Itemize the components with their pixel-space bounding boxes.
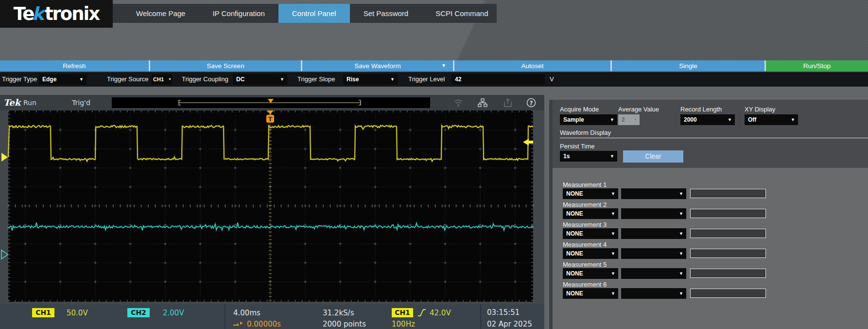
tektronix-logo: Tektronix	[0, 0, 113, 28]
measurement-label: Measurement 5	[563, 261, 607, 268]
chevron-down-icon: ▼	[611, 248, 615, 259]
network-icon[interactable]	[477, 97, 488, 108]
panel-left-edge	[549, 100, 553, 329]
acquisition-section: Acquire Mode Sample▼ Average Value ▾ Rec…	[549, 100, 868, 168]
tektronix-web-control: Tektronix Welcome Page IP Configuration …	[0, 0, 868, 329]
trigger-coupling-select[interactable]: DC▼	[233, 74, 287, 85]
measurement-source-select[interactable]: NONE▼	[563, 208, 618, 219]
trigger-level-readout: 42.0V	[430, 309, 451, 317]
chevron-down-icon: ▼	[679, 228, 683, 239]
measurement-source-select[interactable]: NONE▼	[563, 228, 618, 239]
tab-control-panel[interactable]: Control Panel	[278, 4, 350, 23]
horizontal-position-bar[interactable]	[112, 97, 430, 108]
run-stop-button[interactable]: Run/Stop	[766, 60, 868, 71]
rising-slope-icon	[417, 308, 427, 319]
measurement-type-select[interactable]: ▼	[621, 228, 686, 239]
trigger-source-label: Trigger Source	[107, 75, 149, 83]
measurement-readout	[690, 249, 766, 258]
chevron-down-icon: ▼	[611, 288, 615, 299]
tab-ip-configuration[interactable]: IP Configuration	[199, 4, 278, 23]
tab-scpi-command[interactable]: SCPI Command	[422, 4, 502, 23]
measurement-type-select[interactable]: ▼	[621, 288, 686, 299]
logo-text: Tektronix	[14, 3, 99, 24]
clock-date: 02 Apr 2025	[487, 320, 532, 329]
wifi-icon[interactable]	[453, 97, 464, 108]
help-icon[interactable]: ?	[526, 97, 537, 108]
file-upload-icon[interactable]	[503, 97, 513, 108]
measurement-label: Measurement 6	[563, 281, 607, 288]
scope-status-bar: CH1 50.0V CH2 2.00V 4.00ms 0.00000s 31.2…	[0, 304, 544, 329]
toolbar: Refresh Save Screen Save Waveform ▼ Auto…	[0, 60, 868, 71]
measurement-source-select[interactable]: NONE▼	[563, 288, 618, 299]
chevron-down-icon: ▼	[611, 268, 615, 279]
chevron-down-icon: ▼	[679, 208, 683, 219]
ch2-badge: CH2	[127, 308, 150, 317]
trigger-level-input[interactable]	[451, 74, 545, 85]
clock-time: 03:15:51	[487, 308, 520, 317]
delay-readout: 0.00000s	[247, 320, 281, 329]
record-length-label: Record Length	[680, 106, 722, 113]
measurement-source-select[interactable]: NONE▼	[563, 248, 618, 259]
autoset-button[interactable]: Autoset	[454, 60, 610, 71]
section-divider	[560, 138, 868, 138]
chevron-down-icon: ▼	[390, 74, 395, 85]
xy-display-label: XY Display	[745, 106, 775, 113]
trigger-slope-label: Trigger Slope	[297, 75, 335, 83]
trigger-source-select[interactable]: CH1▼	[152, 74, 172, 85]
trigger-coupling-label: Trigger Coupling	[182, 75, 228, 83]
persist-time-select[interactable]: 1s▼	[560, 151, 617, 162]
measurement-type-select[interactable]: ▼	[621, 208, 686, 219]
trigger-slope-select[interactable]: Rise▼	[343, 74, 398, 85]
single-button[interactable]: Single	[612, 60, 764, 71]
trigger-level-label: Trigger Level	[408, 75, 445, 83]
average-value-label: Average Value	[618, 106, 659, 113]
sample-rate-readout: 31.2kS/s	[323, 309, 354, 317]
trigger-type-select[interactable]: Edge▼	[39, 74, 87, 85]
trigger-type-label: Trigger Type	[2, 75, 37, 83]
chevron-down-icon: ▼	[610, 114, 614, 125]
svg-text:?: ?	[530, 100, 533, 107]
measurement-type-select[interactable]: ▼	[621, 268, 686, 279]
waveform-display-heading: Waveform Display	[560, 129, 611, 136]
trigger-source-badge: CH1	[392, 308, 413, 317]
oscilloscope-display: Tek Run Trig'd ? T CH1 50.0V	[0, 95, 544, 329]
timebase-readout: 4.00ms	[233, 309, 260, 317]
status-divider	[480, 304, 481, 329]
measurement-type-select[interactable]: ▼	[621, 188, 686, 199]
chevron-down-icon: ▼	[611, 208, 615, 219]
chevron-down-icon: ▼	[280, 74, 284, 85]
persist-time-label: Persist Time	[560, 143, 595, 150]
tab-welcome-page[interactable]: Welcome Page	[122, 4, 199, 23]
save-screen-button[interactable]: Save Screen	[150, 60, 301, 71]
scope-header: Tek Run Trig'd ?	[0, 95, 544, 110]
waveform-graphic: T	[0, 110, 544, 304]
measurement-source-select[interactable]: NONE▼	[563, 188, 618, 199]
measurement-type-select[interactable]: ▼	[621, 248, 686, 259]
clear-button[interactable]: Clear	[623, 150, 683, 163]
trigger-frequency-readout: 100Hz	[392, 320, 415, 329]
refresh-button[interactable]: Refresh	[0, 60, 149, 71]
record-length-select[interactable]: 2000▼	[680, 114, 735, 125]
tek-logo: Tek	[3, 97, 20, 108]
chevron-down-icon[interactable]: ▼	[441, 63, 446, 68]
chevron-down-icon: ▼	[791, 114, 795, 125]
measurement-label: Measurement 3	[563, 221, 607, 228]
measurement-source-select[interactable]: NONE▼	[563, 268, 618, 279]
save-waveform-button[interactable]: Save Waveform ▼	[302, 60, 453, 71]
spinner-icon: ▾	[635, 118, 637, 122]
main-nav: Welcome Page IP Configuration Control Pa…	[113, 4, 497, 23]
status-divider	[225, 304, 226, 329]
chevron-down-icon: ▼	[611, 188, 615, 199]
chevron-down-icon: ▼	[79, 74, 84, 85]
horizontal-delay-icon	[232, 321, 244, 329]
ch2-scale: 2.00V	[163, 309, 184, 317]
scope-graticule-area[interactable]: T	[0, 110, 544, 304]
ch1-badge: CH1	[32, 308, 54, 317]
acquire-mode-select[interactable]: Sample▼	[560, 114, 617, 125]
xy-display-select[interactable]: Off▼	[745, 114, 798, 125]
trigger-status: Trig'd	[72, 99, 90, 107]
measurement-readout	[690, 209, 766, 218]
chevron-down-icon: ▼	[611, 228, 615, 239]
measurement-readout	[690, 189, 766, 198]
tab-set-password[interactable]: Set Password	[350, 4, 422, 23]
